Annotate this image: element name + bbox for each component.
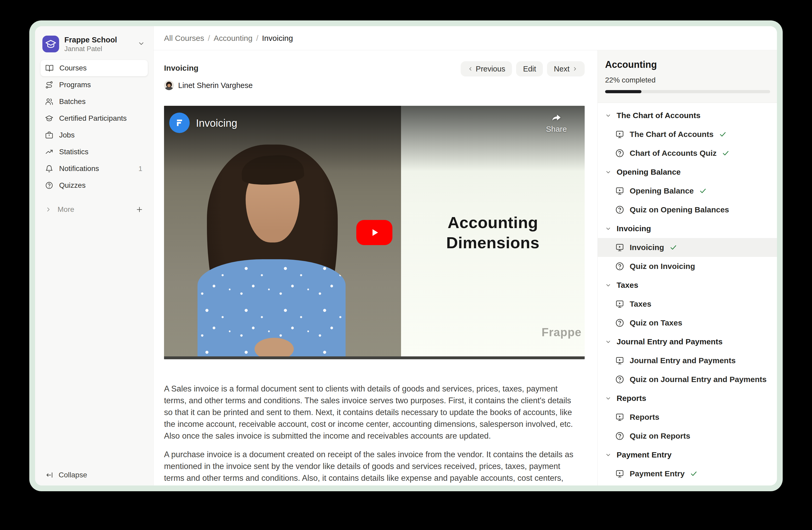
chevron-down-icon (605, 225, 611, 232)
book-open-icon (45, 64, 54, 72)
chevron-down-icon (605, 282, 611, 288)
course-outline-panel: Accounting 22% completed The Chart of Ac… (597, 50, 777, 486)
lesson-item[interactable]: Reports (598, 408, 777, 427)
lesson-item[interactable]: Quiz on Journal Entry and Payments (598, 370, 777, 389)
lesson-item[interactable]: Quiz on Taxes (598, 313, 777, 332)
school-switcher[interactable]: Frappe School Jannat Patel (40, 34, 148, 60)
chevron-down-icon (605, 338, 611, 345)
video-progress-bar[interactable] (164, 357, 585, 359)
page-title: Invoicing (164, 61, 253, 75)
play-button[interactable] (356, 220, 392, 245)
school-logo (42, 36, 59, 52)
chevron-down-icon (137, 40, 145, 48)
briefcase-icon (45, 131, 53, 139)
check-icon (722, 149, 729, 157)
sidebar: Frappe School Jannat Patel Courses Progr… (35, 26, 154, 486)
monitor-play-icon (615, 186, 624, 196)
breadcrumb-current: Invoicing (262, 34, 293, 43)
previous-label: Previous (476, 65, 505, 73)
monitor-play-icon (615, 469, 624, 478)
lesson-nav-buttons: Previous Edit Next (461, 61, 585, 76)
quiz-icon (615, 149, 624, 158)
sidebar-item-label: Notifications (59, 165, 99, 173)
help-circle-icon (45, 181, 53, 190)
lesson-item[interactable]: Quiz on Opening Balances (598, 200, 777, 219)
lesson-body-text: A Sales invoice is a formal document sen… (164, 383, 575, 486)
breadcrumb-accounting[interactable]: Accounting (214, 34, 252, 43)
bell-icon (45, 165, 53, 173)
monitor-play-icon (615, 413, 624, 422)
monitor-play-icon (615, 130, 624, 139)
lesson-item[interactable]: The Chart of Accounts (598, 125, 777, 144)
collapse-sidebar-icon (45, 471, 53, 479)
monitor-play-icon (615, 243, 624, 252)
check-icon (699, 187, 707, 195)
sidebar-item-label: Courses (59, 64, 87, 72)
sidebar-item-quizzes[interactable]: Quizzes (40, 177, 148, 194)
chapter-toggle[interactable]: Taxes (598, 276, 777, 295)
sidebar-collapse-button[interactable]: Collapse (45, 471, 87, 479)
sidebar-item-batches[interactable]: Batches (40, 93, 148, 110)
lesson-item-active[interactable]: Invoicing (598, 238, 777, 257)
sidebar-item-notifications[interactable]: Notifications 1 (40, 160, 148, 177)
sidebar-more-toggle[interactable]: More (40, 201, 148, 217)
lesson-item[interactable]: Payment Entry (598, 464, 777, 483)
edit-button[interactable]: Edit (516, 61, 543, 76)
lesson-item[interactable]: Chart of Accounts Quiz (598, 144, 777, 163)
sidebar-item-label: Quizzes (59, 181, 86, 190)
chevron-down-icon (605, 395, 611, 402)
lesson-item[interactable]: Quiz on Invoicing (598, 257, 777, 276)
quiz-icon (615, 318, 624, 327)
edit-label: Edit (523, 65, 536, 73)
chapter-toggle[interactable]: Payment Entry (598, 445, 777, 464)
monitor-play-icon (615, 356, 624, 365)
breadcrumb-all-courses[interactable]: All Courses (164, 34, 204, 43)
breadcrumb: All Courses / Accounting / Invoicing (164, 34, 293, 43)
sidebar-item-courses[interactable]: Courses (40, 60, 148, 76)
progress-label: 22% completed (605, 76, 770, 84)
share-button[interactable]: Share (546, 113, 567, 134)
sidebar-item-programs[interactable]: Programs (40, 76, 148, 93)
school-name: Frappe School (64, 35, 132, 44)
chapter-toggle[interactable]: Opening Balance (598, 163, 777, 181)
share-icon (550, 113, 563, 123)
chapter-toggle[interactable]: The Chart of Accounts (598, 106, 777, 125)
lesson-item[interactable]: Quiz on Reports (598, 427, 777, 445)
next-button[interactable]: Next (547, 61, 585, 76)
collapse-label: Collapse (59, 471, 87, 479)
add-icon[interactable] (135, 206, 143, 213)
chevron-down-icon (605, 169, 611, 175)
chevron-left-icon (467, 66, 473, 72)
author-avatar (164, 80, 174, 90)
check-icon (690, 470, 698, 478)
content-column: All Courses / Accounting / Invoicing Inv… (154, 26, 777, 486)
paragraph: A purchase invoice is a document created… (164, 449, 575, 486)
sidebar-item-label: Jobs (59, 131, 75, 139)
sidebar-item-certified-participants[interactable]: Certified Participants (40, 110, 148, 127)
sidebar-item-statistics[interactable]: Statistics (40, 143, 148, 160)
slide-title: Accounting Dimensions (446, 212, 539, 253)
channel-avatar[interactable] (169, 113, 190, 133)
breadcrumb-separator: / (208, 34, 210, 43)
previous-button[interactable]: Previous (461, 61, 512, 76)
video-watermark: Frappe (541, 326, 581, 339)
play-icon (367, 225, 382, 240)
sidebar-nav: Courses Programs Batches Certified Parti… (40, 60, 148, 194)
lesson-item[interactable]: Opening Balance (598, 181, 777, 200)
chapter-toggle[interactable]: Reports (598, 389, 777, 408)
course-title: Accounting (605, 59, 770, 70)
app-window: Frappe School Jannat Patel Courses Progr… (29, 20, 783, 491)
lesson-item[interactable]: Journal Entry and Payments (598, 351, 777, 370)
paragraph: A Sales invoice is a formal document sen… (164, 383, 575, 442)
course-progress-header: Accounting 22% completed (598, 50, 777, 103)
chevron-down-icon (605, 112, 611, 118)
breadcrumb-bar: All Courses / Accounting / Invoicing (154, 26, 777, 50)
video-overlay-title[interactable]: Invoicing (196, 117, 237, 129)
trending-up-icon (45, 148, 53, 156)
sidebar-item-label: Certified Participants (59, 114, 127, 123)
lesson-item[interactable]: Taxes (598, 295, 777, 313)
chapter-toggle[interactable]: Invoicing (598, 219, 777, 238)
sidebar-item-jobs[interactable]: Jobs (40, 127, 148, 143)
video-player[interactable]: Accounting Dimensions Invoicing Share (164, 106, 585, 359)
chapter-toggle[interactable]: Journal Entry and Payments (598, 332, 777, 351)
